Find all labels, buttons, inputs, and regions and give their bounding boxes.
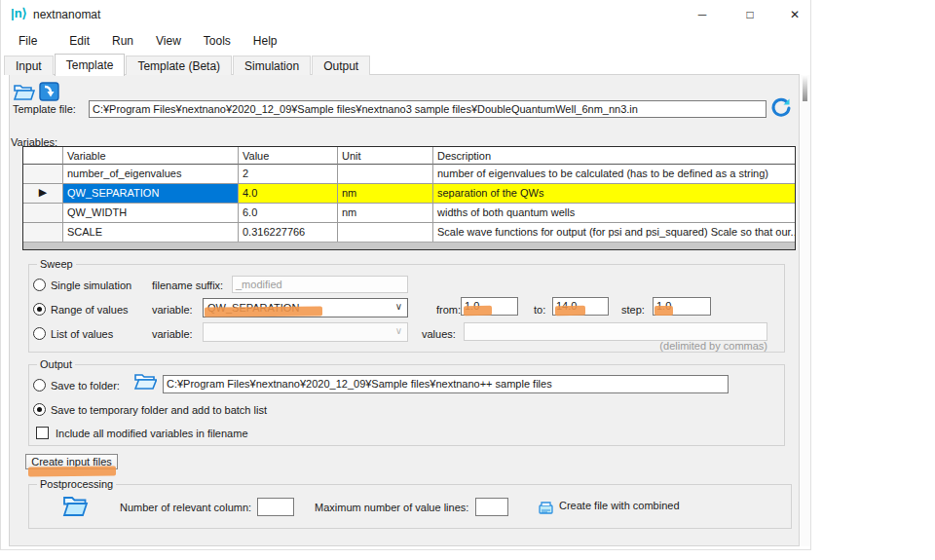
tab-input[interactable]: Input xyxy=(4,56,54,75)
to-label: to: xyxy=(534,304,545,316)
list-of-values-label: List of values xyxy=(51,328,113,340)
column-header-value[interactable]: Value xyxy=(239,147,338,165)
cell-unit[interactable] xyxy=(338,223,433,243)
cell-value[interactable]: 0.316227766 xyxy=(239,223,338,243)
tab-output[interactable]: Output xyxy=(312,56,370,75)
cell-variable[interactable]: SCALE xyxy=(63,223,239,243)
menu-run[interactable]: Run xyxy=(102,29,143,54)
cell-description[interactable]: Scale wave functions for output (for psi… xyxy=(433,223,795,243)
refresh-button[interactable] xyxy=(770,97,792,119)
values-label: values: xyxy=(422,328,456,340)
create-combined-file-label: Create file with combined xyxy=(559,500,680,511)
output-folder-input[interactable]: C:¥Program Files¥nextnano¥2020_12_09¥Sam… xyxy=(163,375,729,393)
single-simulation-radio[interactable] xyxy=(33,279,46,291)
include-variables-checkbox[interactable] xyxy=(36,427,49,439)
highlight-annotation-create-button xyxy=(28,467,116,477)
menu-help[interactable]: Help xyxy=(243,29,287,54)
column-header-unit[interactable]: Unit xyxy=(338,147,433,165)
cell-unit[interactable]: nm xyxy=(338,204,433,223)
range-of-values-label: Range of values xyxy=(51,304,129,316)
table-row: QW_WIDTH 6.0 nm widths of both quantum w… xyxy=(23,204,795,223)
folder-open-icon xyxy=(13,82,35,101)
table-row-selected: ▶ QW_SEPARATION 4.0 nm separation of the… xyxy=(23,184,795,204)
highlight-annotation-to xyxy=(555,306,585,316)
combined-file-icon xyxy=(538,501,555,516)
tab-strip: Input Template Template (Beta) Simulatio… xyxy=(4,54,371,75)
folder-open-icon xyxy=(133,371,157,391)
menu-view[interactable]: View xyxy=(146,29,191,54)
row-header[interactable]: ▶ xyxy=(23,184,63,204)
menu-bar: File Edit Run View Tools Help xyxy=(1,29,810,54)
template-file-label: Template file: xyxy=(13,103,76,115)
cell-value[interactable]: 2 xyxy=(239,165,338,184)
values-hint: (delimited by commas) xyxy=(605,340,767,352)
table-row: number_of_eigenvalues 2 number of eigenv… xyxy=(23,165,795,184)
single-simulation-label: Single simulation xyxy=(51,280,131,291)
maximize-button[interactable]: □ xyxy=(734,0,766,29)
column-header-description[interactable]: Description xyxy=(433,147,795,165)
template-file-input[interactable]: C:¥Program Files¥nextnano¥2020_12_09¥Sam… xyxy=(89,100,767,118)
chevron-down-icon: ∨ xyxy=(395,325,402,336)
cell-value[interactable]: 6.0 xyxy=(239,204,338,223)
add-to-batch-button[interactable] xyxy=(38,82,60,101)
save-to-temp-radio[interactable] xyxy=(33,403,46,416)
output-title: Output xyxy=(37,358,75,370)
window-title: nextnanomat xyxy=(33,8,100,21)
chevron-down-icon: ∨ xyxy=(395,301,402,312)
title-bar: |n⟩ nextnanomat ─ □ ✕ xyxy=(1,0,810,29)
menu-file[interactable]: File xyxy=(19,29,47,54)
relevant-column-input[interactable] xyxy=(257,498,294,516)
open-template-button[interactable] xyxy=(13,82,35,101)
cell-variable[interactable]: QW_WIDTH xyxy=(63,204,239,223)
cell-variable[interactable]: number_of_eigenvalues xyxy=(63,165,239,184)
row-header[interactable] xyxy=(23,223,63,243)
screenshot-canvas: |n⟩ nextnanomat ─ □ ✕ File Edit Run View… xyxy=(0,0,935,560)
highlight-annotation-step xyxy=(654,306,673,316)
postprocessing-title: Postprocessing xyxy=(37,478,116,490)
range-variable-label: variable: xyxy=(152,304,193,316)
cell-description[interactable]: number of eigenvalues to be calculated (… xyxy=(433,165,795,184)
row-header[interactable] xyxy=(23,204,63,223)
values-input[interactable] xyxy=(464,322,767,341)
tab-simulation[interactable]: Simulation xyxy=(233,56,311,75)
row-header[interactable] xyxy=(23,165,63,184)
browse-folder-button[interactable] xyxy=(133,371,157,391)
app-logo-icon: |n⟩ xyxy=(11,6,27,20)
relevant-column-label: Number of relevant column: xyxy=(120,502,251,513)
minimize-button[interactable]: ─ xyxy=(687,0,718,29)
save-to-folder-radio[interactable] xyxy=(33,379,46,392)
filename-suffix-input[interactable]: _modified xyxy=(232,276,408,293)
cell-unit[interactable]: nm xyxy=(338,184,433,204)
refresh-icon xyxy=(770,97,792,119)
import-arrow-icon xyxy=(38,82,60,101)
table-horizontal-scrollbar[interactable] xyxy=(23,242,795,249)
list-of-values-radio[interactable] xyxy=(33,327,46,340)
variables-table: Variable Value Unit Description number_o… xyxy=(22,146,796,250)
column-header-variable[interactable]: Variable xyxy=(63,147,239,165)
cell-description[interactable]: widths of both quantum wells xyxy=(433,204,795,223)
cell-variable[interactable]: QW_SEPARATION xyxy=(63,184,239,204)
cell-description[interactable]: separation of the QWs xyxy=(433,184,795,204)
vertical-scrollbar[interactable] xyxy=(801,75,810,546)
tab-template-beta[interactable]: Template (Beta) xyxy=(126,56,232,75)
sweep-title: Sweep xyxy=(37,258,76,270)
row-indicator-icon: ▶ xyxy=(39,186,47,198)
nextnanomat-window: |n⟩ nextnanomat ─ □ ✕ File Edit Run View… xyxy=(0,0,811,550)
table-row: SCALE 0.316227766 Scale wave functions f… xyxy=(23,223,795,243)
save-to-folder-label: Save to folder: xyxy=(51,380,120,392)
vertical-scrollbar-thumb[interactable] xyxy=(803,75,807,101)
close-button[interactable]: ✕ xyxy=(779,0,810,29)
include-variables-label: Include all modified variables in filena… xyxy=(56,428,248,439)
postprocessing-folder-button[interactable] xyxy=(61,492,89,518)
tab-template[interactable]: Template xyxy=(55,54,126,76)
cell-unit[interactable] xyxy=(338,165,433,184)
cell-value[interactable]: 4.0 xyxy=(239,184,338,204)
menu-tools[interactable]: Tools xyxy=(194,29,241,54)
row-header-column xyxy=(23,147,63,165)
table-header-row: Variable Value Unit Description xyxy=(23,147,795,165)
create-combined-file-button[interactable] xyxy=(538,501,555,516)
menu-edit[interactable]: Edit xyxy=(59,29,99,54)
range-of-values-radio[interactable] xyxy=(33,303,46,316)
list-variable-combobox[interactable]: ∨ xyxy=(203,322,408,342)
value-lines-input[interactable] xyxy=(475,498,508,516)
